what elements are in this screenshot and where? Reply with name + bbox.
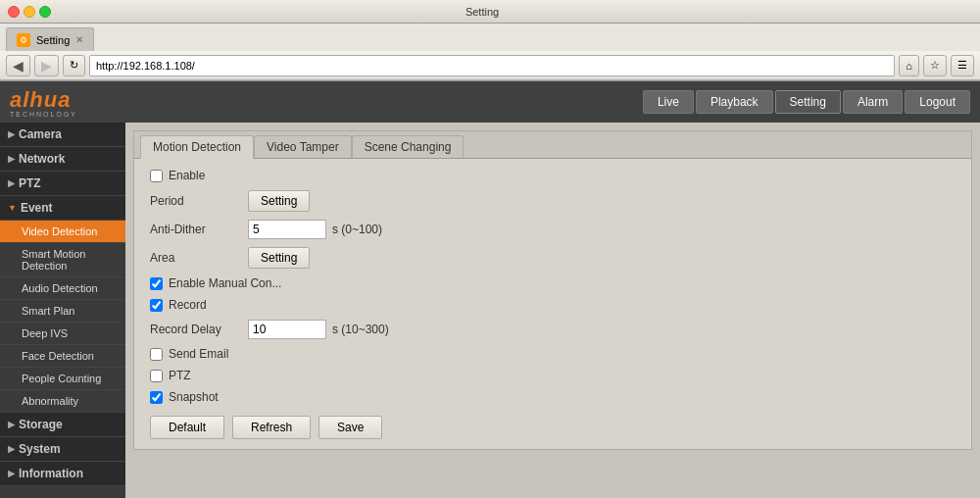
browser-tabs: ⚙ Setting ✕ [0,24,980,51]
nav-setting[interactable]: Setting [775,90,841,114]
system-arrow-icon: ▶ [8,444,15,454]
storage-arrow-icon: ▶ [8,420,15,429]
area-row: Area Setting [150,247,956,269]
area-label: Area [150,251,248,265]
window-title: Setting [466,6,499,18]
sidebar-label-smart-plan: Smart Plan [22,305,74,317]
record-row: Record [150,298,956,312]
home-button[interactable]: ⌂ [899,55,919,76]
sidebar-label-system: System [19,442,61,456]
snapshot-checkbox[interactable] [150,391,163,404]
sidebar-item-smart-plan[interactable]: Smart Plan [0,300,125,323]
anti-dither-label: Anti-Dither [150,223,248,236]
tab-scene-changing[interactable]: Scene Changing [352,135,465,158]
sidebar-label-video-detection: Video Detection [22,225,97,237]
window-controls [8,6,51,18]
sidebar-label-information: Information [19,467,83,480]
information-arrow-icon: ▶ [8,469,15,478]
panel-tabs: Motion Detection Video Tamper Scene Chan… [134,131,971,159]
browser-settings-button[interactable]: ☰ [951,55,974,76]
sidebar-item-ptz[interactable]: ▶ PTZ [0,172,125,196]
enable-manual-row: Enable Manual Con... [150,276,956,290]
sidebar-label-storage: Storage [19,418,63,431]
camera-arrow-icon: ▶ [8,129,15,139]
record-delay-label: Record Delay [150,323,248,336]
period-setting-button[interactable]: Setting [248,190,310,212]
area-setting-button[interactable]: Setting [248,247,310,269]
default-button[interactable]: Default [150,416,224,439]
refresh-button[interactable]: ↻ [63,55,85,76]
sidebar-label-face-detection: Face Detection [22,350,94,362]
send-email-row: Send Email [150,347,956,361]
sidebar-label-deep-ivs: Deep IVS [22,327,68,339]
sidebar-label-network: Network [19,152,65,166]
browser-tab[interactable]: ⚙ Setting ✕ [6,27,94,51]
enable-manual-label: Enable Manual Con... [169,276,281,290]
app-navigation: Live Playback Setting Alarm Logout [643,90,970,114]
sidebar-item-deep-ivs[interactable]: Deep IVS [0,323,125,345]
minimize-window-btn[interactable] [24,6,35,18]
sidebar-item-event[interactable]: ▼ Event [0,196,125,221]
app-header: alhua TECHNOLOGY Live Playback Setting A… [0,81,980,123]
record-checkbox[interactable] [150,299,163,312]
enable-manual-checkbox[interactable] [150,277,163,290]
tab-video-tamper[interactable]: Video Tamper [254,135,352,158]
sidebar-item-information[interactable]: ▶ Information [0,462,125,486]
back-button[interactable]: ◀ [6,55,30,76]
sidebar-item-abnormality[interactable]: Abnormality [0,390,125,413]
record-delay-input[interactable] [248,320,326,339]
enable-label: Enable [169,169,205,182]
content-area: ▶ Camera ▶ Network ▶ PTZ ▼ Event Video D… [0,123,980,498]
action-buttons: Default Refresh Save [150,416,956,439]
nav-live[interactable]: Live [643,90,694,114]
sidebar-item-smart-motion[interactable]: Smart Motion Detection [0,243,125,277]
nav-logout[interactable]: Logout [905,90,970,114]
sidebar-item-system[interactable]: ▶ System [0,437,125,462]
ptz-arrow-icon: ▶ [8,178,15,188]
send-email-checkbox[interactable] [150,348,163,361]
record-label: Record [169,298,207,312]
record-delay-row: Record Delay s (10~300) [150,320,956,339]
sidebar-item-people-counting[interactable]: People Counting [0,368,125,390]
snapshot-label: Snapshot [169,390,219,404]
logo-subtext: TECHNOLOGY [10,111,77,118]
sidebar-item-face-detection[interactable]: Face Detection [0,345,125,368]
nav-alarm[interactable]: Alarm [843,90,903,114]
enable-row: Enable [150,169,956,182]
sidebar-item-network[interactable]: ▶ Network [0,147,125,172]
sidebar-label-abnormality: Abnormality [22,395,78,407]
sidebar-item-storage[interactable]: ▶ Storage [0,413,125,437]
sidebar: ▶ Camera ▶ Network ▶ PTZ ▼ Event Video D… [0,123,125,498]
browser-titlebar: Setting [0,0,980,24]
address-bar[interactable] [89,55,895,76]
nav-playback[interactable]: Playback [696,90,773,114]
anti-dither-input[interactable] [248,220,326,239]
anti-dither-unit: s (0~100) [332,223,382,236]
sidebar-label-event: Event [21,201,53,215]
sidebar-label-smart-motion: Smart Motion Detection [22,248,118,272]
sidebar-label-camera: Camera [19,127,62,141]
period-label: Period [150,194,248,208]
tab-motion-detection[interactable]: Motion Detection [140,135,254,159]
forward-button[interactable]: ▶ [34,55,59,76]
enable-checkbox[interactable] [150,170,163,182]
sidebar-item-video-detection[interactable]: Video Detection [0,221,125,243]
ptz-row: PTZ [150,369,956,382]
logo-text: alhua [10,87,77,113]
tab-close-btn[interactable]: ✕ [75,34,83,45]
record-delay-unit: s (10~300) [332,323,389,336]
sidebar-item-camera[interactable]: ▶ Camera [0,123,125,147]
maximize-window-btn[interactable] [39,6,51,18]
star-button[interactable]: ☆ [923,55,947,76]
sidebar-label-ptz: PTZ [19,176,41,190]
save-button[interactable]: Save [318,416,382,439]
close-window-btn[interactable] [8,6,20,18]
sidebar-item-audio-detection[interactable]: Audio Detection [0,277,125,300]
network-arrow-icon: ▶ [8,154,15,164]
main-panel: Motion Detection Video Tamper Scene Chan… [125,123,980,498]
panel-box: Motion Detection Video Tamper Scene Chan… [133,130,972,450]
ptz-checkbox[interactable] [150,370,163,382]
refresh-button[interactable]: Refresh [232,416,311,439]
app-logo: alhua TECHNOLOGY [10,87,77,118]
panel-content: Enable Period Setting Anti-Dither s (0~1… [134,159,971,449]
